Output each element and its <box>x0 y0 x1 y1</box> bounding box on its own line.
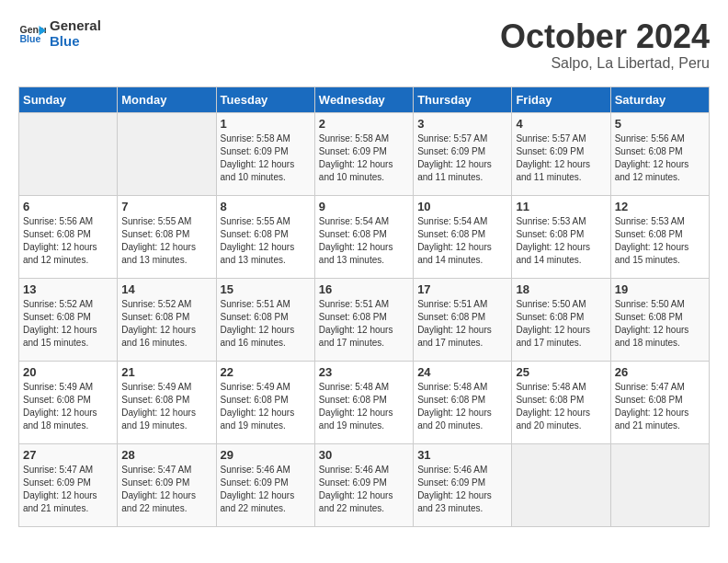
header-monday: Monday <box>118 86 216 112</box>
day-detail: Sunrise: 5:46 AMSunset: 6:09 PMDaylight:… <box>417 464 507 515</box>
day-number: 12 <box>615 200 705 213</box>
day-detail: Sunrise: 5:47 AMSunset: 6:08 PMDaylight:… <box>615 381 705 432</box>
day-detail: Sunrise: 5:54 AMSunset: 6:08 PMDaylight:… <box>417 215 507 267</box>
calendar-cell <box>512 443 610 526</box>
day-detail: Sunrise: 5:53 AMSunset: 6:08 PMDaylight:… <box>516 215 606 267</box>
day-number: 29 <box>221 448 311 462</box>
day-detail: Sunrise: 5:51 AMSunset: 6:08 PMDaylight:… <box>417 298 507 350</box>
day-number: 1 <box>221 117 311 131</box>
day-number: 26 <box>615 365 705 379</box>
calendar-cell: 10Sunrise: 5:54 AMSunset: 6:08 PMDayligh… <box>414 195 512 278</box>
day-detail: Sunrise: 5:49 AMSunset: 6:08 PMDaylight:… <box>221 381 311 432</box>
day-detail: Sunrise: 5:46 AMSunset: 6:09 PMDaylight:… <box>319 464 409 515</box>
day-detail: Sunrise: 5:49 AMSunset: 6:08 PMDaylight:… <box>23 381 113 432</box>
day-detail: Sunrise: 5:49 AMSunset: 6:08 PMDaylight:… <box>121 381 211 432</box>
calendar-cell: 16Sunrise: 5:51 AMSunset: 6:08 PMDayligh… <box>314 278 413 361</box>
calendar-cell <box>610 443 709 526</box>
day-number: 10 <box>417 200 507 213</box>
day-detail: Sunrise: 5:51 AMSunset: 6:08 PMDaylight:… <box>319 298 409 350</box>
calendar-cell: 19Sunrise: 5:50 AMSunset: 6:08 PMDayligh… <box>610 278 709 361</box>
calendar-cell: 29Sunrise: 5:46 AMSunset: 6:09 PMDayligh… <box>216 443 314 526</box>
day-number: 2 <box>319 117 409 131</box>
calendar-cell: 31Sunrise: 5:46 AMSunset: 6:09 PMDayligh… <box>414 443 512 526</box>
logo-icon: General Blue <box>18 20 46 48</box>
day-number: 20 <box>23 365 113 379</box>
calendar-cell: 26Sunrise: 5:47 AMSunset: 6:08 PMDayligh… <box>610 361 709 443</box>
day-number: 28 <box>121 448 211 462</box>
svg-text:Blue: Blue <box>20 33 41 44</box>
day-number: 17 <box>417 282 507 296</box>
header-friday: Friday <box>512 86 610 112</box>
day-detail: Sunrise: 5:46 AMSunset: 6:09 PMDaylight:… <box>221 464 311 515</box>
calendar-cell: 15Sunrise: 5:51 AMSunset: 6:08 PMDayligh… <box>216 278 314 361</box>
calendar-cell: 23Sunrise: 5:48 AMSunset: 6:08 PMDayligh… <box>314 361 413 443</box>
day-detail: Sunrise: 5:47 AMSunset: 6:09 PMDaylight:… <box>121 464 211 515</box>
calendar-cell: 6Sunrise: 5:56 AMSunset: 6:08 PMDaylight… <box>19 195 118 278</box>
calendar-cell: 11Sunrise: 5:53 AMSunset: 6:08 PMDayligh… <box>512 195 610 278</box>
day-number: 11 <box>516 200 606 213</box>
calendar-week-3: 13Sunrise: 5:52 AMSunset: 6:08 PMDayligh… <box>19 278 710 361</box>
title-block: October 2024 Salpo, La Libertad, Peru <box>500 18 710 72</box>
calendar-cell: 30Sunrise: 5:46 AMSunset: 6:09 PMDayligh… <box>314 443 413 526</box>
calendar-cell: 22Sunrise: 5:49 AMSunset: 6:08 PMDayligh… <box>216 361 314 443</box>
day-detail: Sunrise: 5:47 AMSunset: 6:09 PMDaylight:… <box>23 464 113 515</box>
header-sunday: Sunday <box>19 86 118 112</box>
day-number: 18 <box>516 282 606 296</box>
header-saturday: Saturday <box>610 86 709 112</box>
calendar-cell: 24Sunrise: 5:48 AMSunset: 6:08 PMDayligh… <box>414 361 512 443</box>
day-detail: Sunrise: 5:52 AMSunset: 6:08 PMDaylight:… <box>23 298 113 350</box>
calendar-table: SundayMondayTuesdayWednesdayThursdayFrid… <box>18 86 710 527</box>
day-detail: Sunrise: 5:57 AMSunset: 6:09 PMDaylight:… <box>516 132 606 184</box>
calendar-cell: 21Sunrise: 5:49 AMSunset: 6:08 PMDayligh… <box>118 361 216 443</box>
day-number: 21 <box>121 365 211 379</box>
day-number: 16 <box>319 282 409 296</box>
header-tuesday: Tuesday <box>216 86 314 112</box>
calendar-cell: 28Sunrise: 5:47 AMSunset: 6:09 PMDayligh… <box>118 443 216 526</box>
month-title: October 2024 <box>500 18 710 55</box>
day-detail: Sunrise: 5:58 AMSunset: 6:09 PMDaylight:… <box>319 132 409 184</box>
day-number: 23 <box>319 365 409 379</box>
day-detail: Sunrise: 5:56 AMSunset: 6:08 PMDaylight:… <box>615 132 705 184</box>
day-number: 14 <box>121 282 211 296</box>
day-number: 5 <box>615 117 705 131</box>
day-detail: Sunrise: 5:56 AMSunset: 6:08 PMDaylight:… <box>23 215 113 267</box>
day-number: 7 <box>121 200 211 213</box>
calendar-week-2: 6Sunrise: 5:56 AMSunset: 6:08 PMDaylight… <box>19 195 710 278</box>
location-title: Salpo, La Libertad, Peru <box>500 55 710 72</box>
logo: General Blue General Blue <box>18 18 101 49</box>
calendar-cell: 17Sunrise: 5:51 AMSunset: 6:08 PMDayligh… <box>414 278 512 361</box>
calendar-cell <box>19 112 118 195</box>
calendar-cell: 1Sunrise: 5:58 AMSunset: 6:09 PMDaylight… <box>216 112 314 195</box>
day-number: 15 <box>221 282 311 296</box>
day-detail: Sunrise: 5:48 AMSunset: 6:08 PMDaylight:… <box>417 381 507 432</box>
calendar-cell: 9Sunrise: 5:54 AMSunset: 6:08 PMDaylight… <box>314 195 413 278</box>
calendar-cell <box>118 112 216 195</box>
day-number: 6 <box>23 200 113 213</box>
day-number: 22 <box>221 365 311 379</box>
day-number: 31 <box>417 448 507 462</box>
day-number: 24 <box>417 365 507 379</box>
day-detail: Sunrise: 5:55 AMSunset: 6:08 PMDaylight:… <box>121 215 211 267</box>
logo-blue: Blue <box>50 34 101 50</box>
day-number: 9 <box>319 200 409 213</box>
day-detail: Sunrise: 5:50 AMSunset: 6:08 PMDaylight:… <box>615 298 705 350</box>
day-detail: Sunrise: 5:52 AMSunset: 6:08 PMDaylight:… <box>121 298 211 350</box>
day-detail: Sunrise: 5:51 AMSunset: 6:08 PMDaylight:… <box>221 298 311 350</box>
calendar-cell: 7Sunrise: 5:55 AMSunset: 6:08 PMDaylight… <box>118 195 216 278</box>
day-number: 13 <box>23 282 113 296</box>
calendar-cell: 27Sunrise: 5:47 AMSunset: 6:09 PMDayligh… <box>19 443 118 526</box>
calendar-cell: 12Sunrise: 5:53 AMSunset: 6:08 PMDayligh… <box>610 195 709 278</box>
day-number: 25 <box>516 365 606 379</box>
day-number: 3 <box>417 117 507 131</box>
day-detail: Sunrise: 5:48 AMSunset: 6:08 PMDaylight:… <box>516 381 606 432</box>
page-header: General Blue General Blue October 2024 S… <box>18 18 710 72</box>
calendar-cell: 8Sunrise: 5:55 AMSunset: 6:08 PMDaylight… <box>216 195 314 278</box>
calendar-cell: 25Sunrise: 5:48 AMSunset: 6:08 PMDayligh… <box>512 361 610 443</box>
logo-general: General <box>50 18 101 34</box>
day-detail: Sunrise: 5:58 AMSunset: 6:09 PMDaylight:… <box>221 132 311 184</box>
calendar-cell: 3Sunrise: 5:57 AMSunset: 6:09 PMDaylight… <box>414 112 512 195</box>
calendar-week-1: 1Sunrise: 5:58 AMSunset: 6:09 PMDaylight… <box>19 112 710 195</box>
header-thursday: Thursday <box>414 86 512 112</box>
calendar-cell: 20Sunrise: 5:49 AMSunset: 6:08 PMDayligh… <box>19 361 118 443</box>
day-detail: Sunrise: 5:48 AMSunset: 6:08 PMDaylight:… <box>319 381 409 432</box>
